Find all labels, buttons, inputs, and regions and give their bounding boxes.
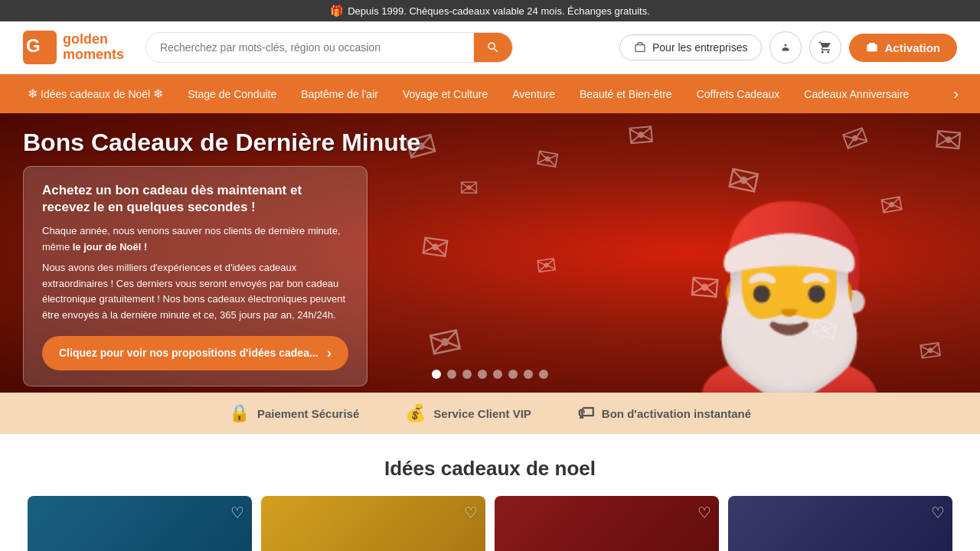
snowflake-right-icon: ❄ (153, 86, 163, 101)
cta-label: Cliquez pour voir nos propositions d'idé… (59, 347, 318, 359)
tag-icon: 🏷 (577, 403, 594, 423)
main-nav: ❄ Idées cadeaux de Noël ❄ Stage de Condu… (0, 74, 980, 113)
enterprise-button[interactable]: Pour les entreprises (619, 34, 763, 60)
header-actions: Pour les entreprises Activation (619, 31, 957, 64)
snowflake-left-icon: ❄ (28, 86, 38, 101)
heart-icon-2[interactable]: ♡ (464, 504, 478, 522)
heart-icon-1[interactable]: ♡ (230, 504, 244, 522)
nav-noel-label: Idées cadeaux de Noël (41, 88, 150, 100)
user-button[interactable] (769, 31, 802, 64)
nav-coffrets-label: Coffrets Cadeaux (697, 88, 780, 100)
hero-section: ✉ ✉ ✉ ✉ ✉ ✉ ✉ ✉ ✉ ✉ ✉ ✉ ✉ ✉ 🎅 Bons Cadea… (0, 113, 980, 393)
cta-arrow-icon: › (327, 345, 332, 361)
trust-payment: 🔒 Paiement Sécurisé (229, 403, 359, 423)
dot-3[interactable] (462, 370, 472, 379)
search-icon (486, 41, 500, 54)
trust-activation: 🏷 Bon d'activation instantané (577, 403, 751, 423)
nav-item-aventure[interactable]: Aventure (500, 77, 567, 111)
trust-bar: 🔒 Paiement Sécurisé 💰 Service Client VIP… (0, 393, 980, 434)
search-input[interactable] (146, 34, 474, 61)
user-icon (779, 41, 792, 54)
vip-icon: 💰 (405, 403, 426, 423)
cards-row: ♡ ♡ ♡ ♡ (0, 496, 980, 551)
header: G golden moments Pour les entreprises (0, 21, 980, 74)
lock-icon: 🔒 (229, 403, 250, 423)
dot-2[interactable] (447, 370, 456, 379)
nav-item-bapteme[interactable]: Baptême de l'air (289, 77, 390, 111)
section-title: Idées cadeaux de noel (0, 434, 980, 496)
gift-icon: 🎁 (330, 5, 343, 17)
nav-aventure-label: Aventure (512, 88, 555, 100)
logo-link[interactable]: G golden moments (23, 31, 130, 64)
heart-icon-4[interactable]: ♡ (931, 504, 945, 522)
svg-text:G: G (26, 35, 41, 56)
card-4[interactable]: ♡ (728, 496, 952, 551)
activation-label: Activation (884, 41, 940, 54)
nav-beaute-label: Beauté et Bien-être (580, 88, 672, 100)
hero-dots (432, 370, 548, 379)
ticket-icon (866, 41, 878, 54)
card-2[interactable]: ♡ (261, 496, 485, 551)
trust-service: 💰 Service Client VIP (405, 403, 531, 423)
logo-golden: golden (63, 32, 124, 47)
nav-bapteme-label: Baptême de l'air (301, 88, 378, 100)
hero-card-title: Achetez un bon cadeau dès maintenant et … (42, 182, 348, 216)
hero-card: Achetez un bon cadeau dès maintenant et … (23, 166, 368, 386)
top-banner-text: Depuis 1999. Chèques-cadeaux valable 24 … (348, 5, 650, 17)
nav-item-beaute[interactable]: Beauté et Bien-être (567, 77, 684, 111)
logo-moments: moments (63, 47, 124, 63)
nav-item-voyage[interactable]: Voyage et Culture (390, 77, 500, 111)
hero-card-para2: Nous avons des milliers d'expériences et… (42, 260, 348, 324)
dot-8[interactable] (539, 370, 548, 379)
search-button[interactable] (474, 33, 512, 62)
santa-decoration: 🎅 (689, 148, 903, 393)
dot-7[interactable] (524, 370, 533, 379)
activation-button[interactable]: Activation (849, 34, 957, 62)
card-3[interactable]: ♡ (495, 496, 719, 551)
trust-service-label: Service Client VIP (433, 407, 531, 420)
cart-button[interactable] (809, 31, 841, 64)
dot-6[interactable] (508, 370, 518, 379)
heart-icon-3[interactable]: ♡ (697, 504, 711, 522)
enterprise-label: Pour les entreprises (652, 41, 748, 54)
dot-5[interactable] (493, 370, 502, 379)
hero-card-para1: Chaque année, nous venons sauver nos cli… (42, 223, 348, 256)
nav-item-conduite[interactable]: Stage de Conduite (175, 77, 289, 111)
nav-item-coffrets[interactable]: Coffrets Cadeaux (684, 77, 792, 111)
dot-1[interactable] (432, 370, 441, 379)
top-banner: 🎁 Depuis 1999. Chèques-cadeaux valable 2… (0, 0, 980, 21)
nav-voyage-label: Voyage et Culture (403, 88, 488, 100)
nav-anniversaire-label: Cadeaux Anniversaire (804, 88, 909, 100)
briefcase-icon (634, 41, 646, 54)
logo-icon: G (23, 31, 57, 64)
hero-content: Bons Cadeaux de Dernière Minute Achetez … (23, 129, 420, 386)
cart-icon (818, 41, 832, 54)
trust-payment-label: Paiement Sécurisé (257, 407, 359, 420)
search-bar (145, 32, 513, 63)
logo-text: golden moments (63, 32, 124, 63)
hero-title: Bons Cadeaux de Dernière Minute (23, 129, 420, 157)
nav-item-noel[interactable]: ❄ Idées cadeaux de Noël ❄ (15, 76, 175, 112)
nav-item-anniversaire[interactable]: Cadeaux Anniversaire (792, 77, 921, 111)
card-1[interactable]: ♡ (28, 496, 252, 551)
nav-next-arrow[interactable]: › (947, 74, 965, 113)
nav-conduite-label: Stage de Conduite (188, 88, 276, 100)
trust-activation-label: Bon d'activation instantané (602, 407, 751, 420)
dot-4[interactable] (478, 370, 487, 379)
cta-button[interactable]: Cliquez pour voir nos propositions d'idé… (42, 336, 348, 370)
